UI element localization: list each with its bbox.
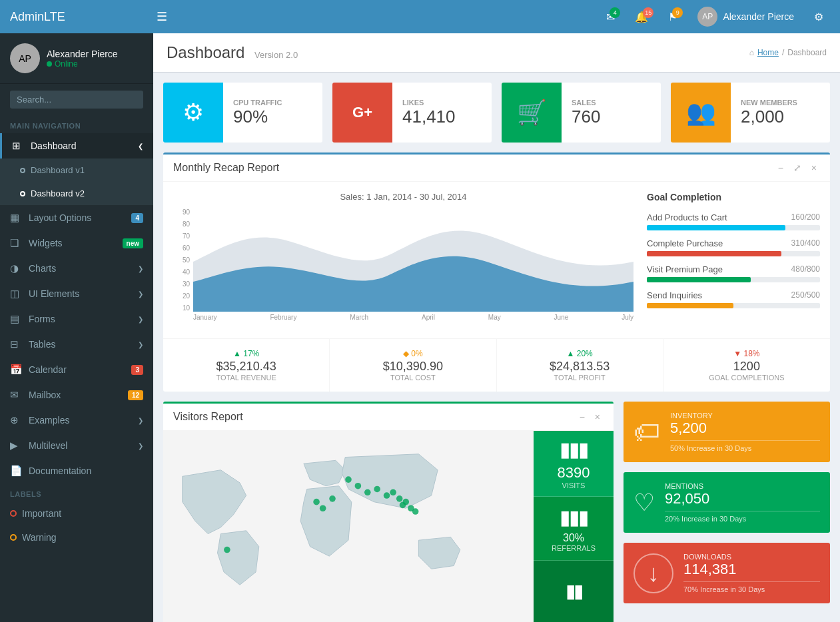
charts-icon: ◑ [10,262,23,274]
sidebar: AP Alexander Pierce Online MAIN NAVIGATI… [0,33,153,622]
visitors-title: Visitors Report [173,411,576,423]
top-nav-right: ✉ 4 🔔 15 ⚑ 9 AP Alexander Pierce ⚙ [600,3,830,30]
mentions-value: 92,050 [665,490,820,507]
sidebar-item-dashboard[interactable]: ⊞ Dashboard ❮ [0,133,153,158]
messages-button[interactable]: ✉ 4 [600,7,622,27]
map-dot [412,508,419,515]
visits-number: 8390 [558,464,590,481]
chart-svg-wrapper: 90 80 70 60 50 40 30 20 10 [173,208,633,328]
label-item-important[interactable]: Important [0,501,153,525]
chart-left: Sales: 1 Jan, 2014 - 30 Jul, 2014 90 80 … [173,192,633,328]
info-box-sales: 🛒 SALES 760 [502,83,661,143]
sidebar-user-info: Alexander Pierce Online [47,49,118,69]
breadcrumb: ⌂ Home / Dashboard [749,48,827,57]
username: Alexander Pierce [723,11,794,22]
box-tools: − ⤢ × [775,161,820,174]
forms-icon: ▤ [10,313,23,325]
status-dot [47,61,52,67]
visitors-minimize-button[interactable]: − [576,410,588,424]
inventory-icon: 🏷 [633,417,660,447]
close-button[interactable]: × [808,161,820,174]
logo-lte: LTE [44,10,65,23]
user-menu[interactable]: AP Alexander Pierce [691,3,801,30]
chevron-icon: ❯ [138,442,143,450]
map-dot [396,495,403,502]
mentions-label: MENTIONS [665,482,820,490]
map-dot [345,476,352,483]
info-box-content-sales: SALES 760 [562,83,610,143]
sidebar-user-panel: AP Alexander Pierce Online [0,33,153,84]
sidebar-item-dashboard-v2[interactable]: Dashboard v2 [0,182,153,205]
hamburger-button[interactable]: ☰ [157,9,167,24]
goal-completion-title: Goal Completion [647,192,820,202]
minimize-button[interactable]: − [775,161,787,174]
settings-icon[interactable]: ⚙ [807,7,830,27]
info-box-icon-likes: G+ [332,83,392,143]
messages-badge: 4 [610,7,620,18]
cart-icon: 🛒 [517,99,547,127]
referrals-chart-icon: ▮▮▮ [560,505,588,529]
visitors-box-tools: − × [576,410,604,424]
info-box-members: 👥 NEW MEMBERS 2,000 [671,83,830,143]
top-navigation: AdminLTE ☰ ✉ 4 🔔 15 ⚑ 9 AP Alexander Pie… [0,0,840,33]
content-header: Dashboard Version 2.0 ⌂ Home / Dashboard [153,33,840,73]
sidebar-item-calendar[interactable]: 📅 Calendar 3 [0,357,153,382]
chart-xaxis: January February March April May June Ju… [193,314,633,321]
inventory-label: INVENTORY [670,412,820,420]
visitors-close-button[interactable]: × [592,410,604,424]
sidebar-item-tables[interactable]: ⊟ Tables ❯ [0,332,153,357]
calendar-icon: 📅 [10,364,23,376]
progress-bar-cart [647,225,785,230]
chevron-icon: ❯ [138,417,143,424]
docs-icon: 📄 [10,465,23,477]
content-body: ⚙ CPU TRAFFIC 90% G+ LIKES 41,410 [153,73,840,622]
info-box-content-likes: LIKES 41,410 [392,83,466,143]
sidebar-item-docs[interactable]: 📄 Documentation [0,458,153,483]
stat-label-revenue: TOTAL REVENUE [173,374,319,382]
inventory-desc: 50% Increase in 30 Days [670,444,820,452]
mentions-desc: 20% Increase in 30 Days [665,515,820,523]
sidebar-item-mailbox[interactable]: ✉ Mailbox 12 [0,382,153,408]
world-map-svg [163,431,534,622]
sidebar-item-layout[interactable]: ▦ Layout Options 4 [0,205,153,230]
home-icon: ⌂ [749,48,754,57]
info-box-content-cpu: CPU TRAFFIC 90% [223,83,292,143]
sidebar-item-forms[interactable]: ▤ Forms ❯ [0,306,153,332]
expand-button[interactable]: ⤢ [790,161,805,174]
sidebar-avatar: AP [10,43,40,73]
label-dot-important [10,510,17,517]
stat-change-goals: ▼ 18% [673,349,820,358]
info-box-icon-sales: 🛒 [502,83,562,143]
sidebar-item-dashboard-v1[interactable]: Dashboard v1 [0,158,153,182]
search-input[interactable] [10,91,143,109]
downloads-widget: ↓ DOWNLOADS 114,381 70% Increase in 30 D… [624,543,830,603]
info-boxes: ⚙ CPU TRAFFIC 90% G+ LIKES 41,410 [163,83,830,143]
sidebar-item-charts[interactable]: ◑ Charts ❯ [0,256,153,281]
notifications-badge: 15 [643,7,653,18]
sidebar-item-label: Forms [29,314,135,324]
sub-dot [20,168,25,173]
sidebar-item-multilevel[interactable]: ▶ Multilevel ❯ [0,433,153,458]
tasks-button[interactable]: ⚑ 9 [661,7,684,27]
sidebar-item-label: Documentation [29,466,143,476]
sidebar-item-examples[interactable]: ⊕ Examples ❯ [0,408,153,433]
layout-icon: ▦ [10,212,23,224]
notifications-button[interactable]: 🔔 15 [628,7,655,27]
progress-bar-wrap [647,303,820,308]
breadcrumb-current: Dashboard [787,48,827,57]
label-dot-warning [10,534,17,541]
sales-label: SALES [572,99,600,107]
map-dot [384,492,390,499]
sidebar-item-ui[interactable]: ◫ UI Elements ❯ [0,281,153,306]
right-widgets: 🏷 INVENTORY 5,200 50% Increase in 30 Day… [624,402,830,622]
visitors-header: Visitors Report − × [163,404,614,431]
sidebar-item-label: Charts [29,263,135,274]
breadcrumb-home[interactable]: Home [757,48,779,57]
monthly-recap-box: Monthly Recap Report − ⤢ × Sales: 1 Jan,… [163,153,830,392]
map-dot [320,505,326,511]
multilevel-icon: ▶ [10,440,23,452]
info-box-icon-members: 👥 [671,83,731,143]
label-item-warning[interactable]: Warning [0,525,153,549]
sidebar-item-widgets[interactable]: ❏ Widgets new [0,230,153,256]
chevron-icon: ❯ [138,265,143,272]
